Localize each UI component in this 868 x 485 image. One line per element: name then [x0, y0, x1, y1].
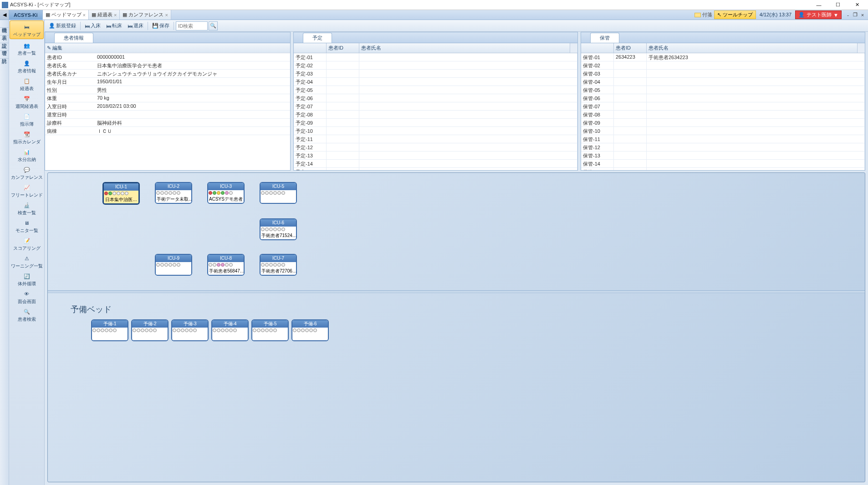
save-button[interactable]: 💾 保存 [150, 21, 172, 30]
sidebar-group-label[interactable]: 機能 [0, 20, 9, 28]
table-row[interactable]: 保管-13 [581, 152, 865, 160]
table-row[interactable]: 保管-07 [581, 102, 865, 111]
bed-tile[interactable]: ICU-5 [260, 182, 297, 204]
spare-bed-tile[interactable]: 予備-4 [211, 319, 249, 341]
mdi-minimize-button[interactable]: - [844, 11, 852, 19]
edit-button[interactable]: ✎ 編集 [45, 43, 290, 53]
table-row[interactable]: 保管-05 [581, 86, 865, 94]
table-row[interactable]: 保管-12 [581, 143, 865, 152]
storage-tab[interactable]: 保管 [590, 33, 619, 43]
status-dot-icon [217, 263, 220, 267]
sidebar-item[interactable]: 💬カンファレンス [9, 164, 44, 182]
menubar-tab[interactable]: ▦カンファレンス× [120, 10, 171, 20]
table-row[interactable]: 保管-02 [581, 61, 865, 70]
admit-button[interactable]: 🛏 入床 [82, 21, 103, 30]
bed-tile[interactable]: ICU-8手術患者56847… [207, 254, 245, 276]
table-row[interactable]: 予定-15 [294, 168, 577, 170]
fusen-indicator[interactable]: 付箋 [694, 11, 713, 18]
table-row[interactable]: 予定-05 [294, 86, 577, 94]
table-row[interactable]: 保管-14 [581, 160, 865, 168]
sidebar-item[interactable]: ⚠ワーニング一覧 [9, 253, 44, 270]
table-row[interactable]: 予定-12 [294, 143, 577, 152]
table-row[interactable]: 保管-012634223手術患者2634223 [581, 53, 865, 61]
discharge-button[interactable]: 🛏 退床 [125, 21, 146, 30]
menubar-handle[interactable]: ◀ [0, 10, 9, 20]
new-register-button[interactable]: 👤 新規登録 [46, 21, 78, 30]
sidebar-item[interactable]: 🔍患者検索 [9, 306, 44, 323]
bed-tile[interactable]: ICU-1日本集中治医… [102, 182, 140, 205]
table-row[interactable]: 予定-09 [294, 119, 577, 127]
sidebar-item[interactable]: 📄指示簿 [9, 111, 44, 128]
sidebar-item[interactable]: 👁面会画面 [9, 288, 44, 306]
bed-id: ICU-9 [156, 255, 191, 262]
tab-close-icon[interactable]: × [83, 12, 86, 18]
cell-slot: 保管-02 [581, 61, 614, 69]
bed-tile[interactable]: ICU-2手術データ未取… [155, 182, 192, 204]
table-row[interactable]: 予定-04 [294, 78, 577, 86]
sidebar-item[interactable]: 📆指示カレンダ [9, 128, 44, 146]
table-row[interactable]: 予定-13 [294, 152, 577, 160]
spare-bed-tile[interactable]: 予備-3 [171, 319, 209, 341]
sidebar-item[interactable]: 👤患者情報 [9, 57, 44, 75]
menubar-tab[interactable]: ▦ベッドマップ× [43, 10, 89, 20]
bed-tile[interactable]: ICU-3ACSYSデモ患者 [207, 182, 245, 204]
transfer-button[interactable]: 🛏 転床 [104, 21, 124, 30]
sidebar-group-label[interactable]: 管理 [0, 43, 9, 51]
tab-close-icon[interactable]: × [114, 12, 117, 18]
sidebar-group-label[interactable]: 統計 [0, 51, 9, 59]
table-row[interactable]: 保管-06 [581, 94, 865, 102]
table-row[interactable]: 予定-01 [294, 53, 577, 61]
bed-tile[interactable]: ICU-7手術患者72706… [260, 254, 297, 276]
scrollbar[interactable] [858, 43, 865, 53]
table-row[interactable]: 保管-11 [581, 135, 865, 143]
table-row[interactable]: 保管-08 [581, 111, 865, 119]
sidebar-item[interactable]: 🔄体外循環 [9, 270, 44, 288]
sidebar-group-label[interactable]: 設定 [0, 35, 9, 43]
patient-info-tab[interactable]: 患者情報 [54, 33, 93, 43]
id-search-input[interactable] [176, 21, 208, 30]
tooltip-button[interactable]: ↖ ツールチップ [714, 10, 756, 19]
sidebar-item[interactable]: 👥患者一覧 [9, 40, 44, 57]
table-row[interactable]: 予定-14 [294, 160, 577, 168]
schedule-tab[interactable]: 予定 [303, 33, 332, 43]
bed-tile[interactable]: ICU-9 [155, 254, 192, 276]
table-row[interactable]: 予定-08 [294, 111, 577, 119]
mdi-restore-button[interactable]: ❐ [852, 11, 859, 19]
table-row[interactable]: 保管-04 [581, 78, 865, 86]
tab-close-icon[interactable]: × [165, 12, 168, 18]
table-row[interactable]: 保管-03 [581, 70, 865, 78]
spare-bed-tile[interactable]: 予備-1 [91, 319, 128, 341]
table-row[interactable]: 予定-06 [294, 94, 577, 102]
table-row[interactable]: 予定-02 [294, 61, 577, 70]
spare-bed-tile[interactable]: 予備-2 [131, 319, 168, 341]
spare-bed-tile[interactable]: 予備-6 [291, 319, 329, 341]
maximize-button[interactable]: ☐ [829, 1, 847, 9]
sidebar-item[interactable]: 🛏ベッドマップ [10, 20, 44, 39]
user-menu[interactable]: 👤 テスト医師 ▼ [795, 10, 842, 19]
bed-tile[interactable]: ICU-6手術患者71524… [260, 218, 297, 240]
mdi-close-button[interactable]: × [859, 11, 866, 19]
sidebar-item[interactable]: 📅週間経過表 [9, 93, 44, 111]
table-row[interactable]: 保管-10 [581, 127, 865, 135]
table-row[interactable]: 予定-10 [294, 127, 577, 135]
sidebar-group-label[interactable]: 表示 [0, 28, 9, 35]
id-search-button[interactable]: 🔍 [209, 21, 218, 30]
sidebar-item[interactable]: 📋経過表 [9, 75, 44, 93]
sidebar-item[interactable]: 📝スコアリング [9, 235, 44, 253]
table-row[interactable]: 予定-03 [294, 70, 577, 78]
table-row[interactable]: 保管-15 [581, 168, 865, 170]
minimize-button[interactable]: — [810, 1, 828, 9]
table-row[interactable]: 予定-07 [294, 102, 577, 111]
menubar-tab[interactable]: ▦経過表× [89, 10, 120, 20]
bed-id: 予備-1 [92, 320, 128, 328]
acsys-menu[interactable]: ACSYS-Ki [9, 10, 43, 20]
close-button[interactable]: ✕ [848, 1, 866, 9]
table-row[interactable]: 保管-09 [581, 119, 865, 127]
table-row[interactable]: 予定-11 [294, 135, 577, 143]
sidebar-item[interactable]: 📈フリートレンド [9, 182, 44, 199]
sidebar-item[interactable]: 📊水分出納 [9, 146, 44, 164]
scrollbar[interactable] [570, 43, 577, 53]
sidebar-item[interactable]: 🖥モニタ一覧 [9, 217, 44, 235]
sidebar-item[interactable]: 🔬検査一覧 [9, 199, 44, 217]
spare-bed-tile[interactable]: 予備-5 [251, 319, 289, 341]
